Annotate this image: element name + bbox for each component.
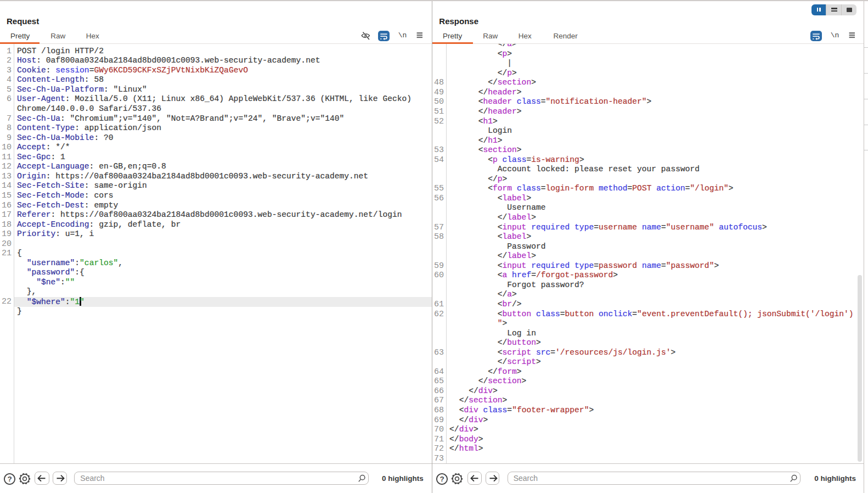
svg-text:?: ? — [439, 475, 444, 483]
svg-text:?: ? — [7, 475, 12, 483]
